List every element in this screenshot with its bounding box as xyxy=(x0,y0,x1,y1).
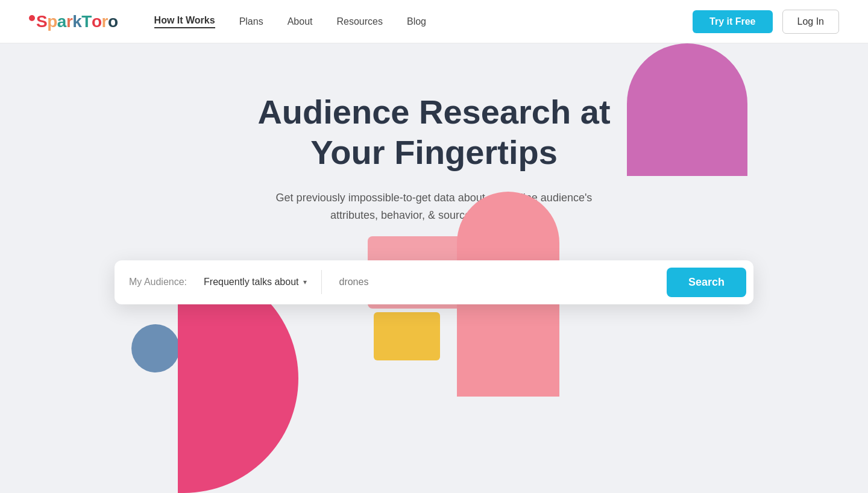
navbar: SparkToro How It Works Plans About Resou… xyxy=(0,0,868,43)
nav-actions: Try it Free Log In xyxy=(693,10,839,34)
hero-section: Audience Research at Your Fingertips Get… xyxy=(0,43,868,493)
try-free-button[interactable]: Try it Free xyxy=(693,10,772,33)
nav-plans[interactable]: Plans xyxy=(239,16,263,27)
search-bar: My Audience: Frequently talks about ▾ Se… xyxy=(115,260,753,304)
search-divider xyxy=(321,270,322,294)
logo[interactable]: SparkToro xyxy=(29,12,118,31)
search-button[interactable]: Search xyxy=(667,268,746,297)
search-input[interactable] xyxy=(329,272,666,292)
audience-dropdown[interactable]: Frequently talks about ▾ xyxy=(197,272,314,292)
my-audience-label: My Audience: xyxy=(129,277,187,287)
dropdown-selected-value: Frequently talks about xyxy=(204,277,298,287)
hero-subtitle: Get previously impossible-to-get data ab… xyxy=(259,189,609,224)
blue-circle-shape xyxy=(131,324,180,372)
chevron-down-icon: ▾ xyxy=(303,278,307,286)
nav-blog[interactable]: Blog xyxy=(407,16,426,27)
nav-links: How It Works Plans About Resources Blog xyxy=(154,15,693,28)
nav-how-it-works[interactable]: How It Works xyxy=(154,15,215,28)
nav-about[interactable]: About xyxy=(288,16,313,27)
nav-resources[interactable]: Resources xyxy=(336,16,382,27)
yellow-rect-shape xyxy=(374,312,440,360)
log-in-button[interactable]: Log In xyxy=(782,10,839,34)
hero-title: Audience Research at Your Fingertips xyxy=(257,92,610,172)
purple-half-shape xyxy=(627,43,747,176)
